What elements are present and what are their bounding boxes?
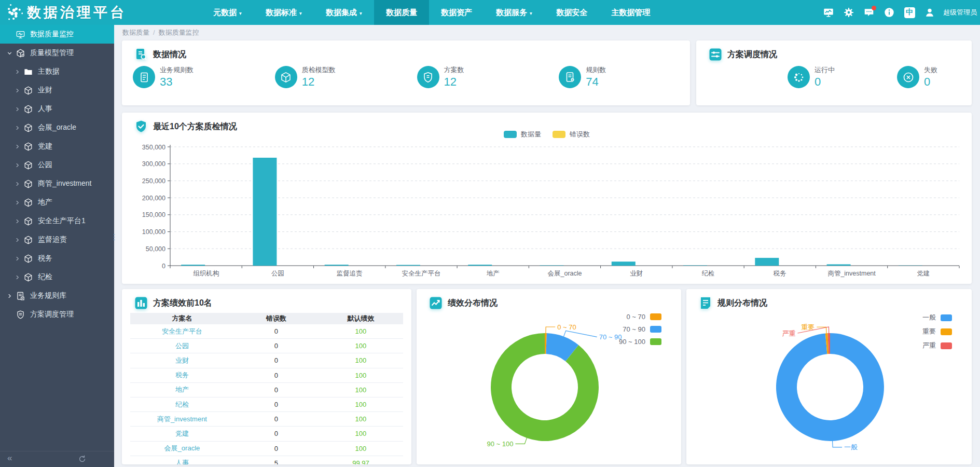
error-count: 0 bbox=[234, 415, 319, 423]
scheme-link-公园[interactable]: 公园 bbox=[130, 341, 234, 351]
nav-item-7[interactable]: 主数据管理 bbox=[599, 0, 662, 25]
perf-dist-donut: 0 ~ 7070 ~ 9090 ~ 100 bbox=[417, 289, 681, 464]
nav-item-6[interactable]: 数据安全 bbox=[544, 0, 599, 25]
app: 数据治理平台 元数据▾数据标准▾数据集成▾数据质量数据资产数据服务▾数据安全主数… bbox=[0, 0, 980, 467]
nav-item-1[interactable]: 数据标准▾ bbox=[254, 0, 314, 25]
donut-callout-label: 严重 bbox=[782, 329, 795, 337]
table-row: 党建0100 bbox=[130, 427, 403, 441]
monitor-chart-icon[interactable] bbox=[821, 5, 836, 20]
collapse-sidebar-icon[interactable]: « bbox=[7, 453, 12, 463]
scheme-link-税务[interactable]: 税务 bbox=[130, 370, 234, 380]
chevron-right-icon bbox=[13, 161, 22, 169]
top10-table: 方案名错误数默认绩效安全生产平台0100公园0100业财0100税务0100地产… bbox=[130, 313, 403, 464]
sidebar-item-主数据[interactable]: 主数据 bbox=[0, 62, 114, 81]
card-title-text: 方案绩效前10名 bbox=[153, 298, 212, 309]
stat-text: 业务规则数33 bbox=[160, 65, 194, 89]
scheme-link-业财[interactable]: 业财 bbox=[130, 356, 234, 365]
bar-数据量-业财 bbox=[612, 262, 636, 266]
info-icon[interactable] bbox=[881, 5, 897, 20]
cube-icon bbox=[23, 216, 33, 226]
sliders-icon bbox=[709, 48, 722, 61]
gear-icon[interactable] bbox=[841, 5, 857, 20]
x-category-label: 安全生产平台 bbox=[402, 270, 440, 277]
scheme-link-商管_investment[interactable]: 商管_investment bbox=[130, 415, 234, 424]
default-score: 100 bbox=[319, 386, 403, 394]
sidebar-item-方案调度管理[interactable]: 方案调度管理 bbox=[0, 305, 114, 324]
default-score: 100 bbox=[319, 415, 403, 423]
sidebar: 数据质量监控质量模型管理主数据业财人事会展_oracle党建公园商管_inves… bbox=[0, 25, 114, 467]
rule-dist-card: 规则分布情况 一般重要严重 一般重要严重 bbox=[686, 289, 972, 464]
sidebar-item-安全生产平台1[interactable]: 安全生产平台1 bbox=[0, 212, 114, 230]
stat-label: 质检模型数 bbox=[302, 65, 336, 75]
scheme-link-地产[interactable]: 地产 bbox=[130, 385, 234, 394]
table-row: 人事599.97 bbox=[130, 456, 403, 464]
stat-label: 运行中 bbox=[815, 65, 835, 75]
sidebar-item-纪检[interactable]: 纪检 bbox=[0, 268, 114, 286]
sidebar-item-label: 业务规则库 bbox=[30, 291, 66, 300]
table-row: 安全生产平台0100 bbox=[130, 324, 403, 339]
main-nav: 元数据▾数据标准▾数据集成▾数据质量数据资产数据服务▾数据安全主数据管理 bbox=[201, 0, 662, 25]
sidebar-item-党建[interactable]: 党建 bbox=[0, 137, 114, 156]
breadcrumb-item-0[interactable]: 数据质量 bbox=[122, 29, 149, 36]
nav-item-2[interactable]: 数据集成▾ bbox=[314, 0, 374, 25]
scheme-link-会展_oracle[interactable]: 会展_oracle bbox=[130, 444, 234, 453]
sidebar-item-人事[interactable]: 人事 bbox=[0, 100, 114, 118]
card-title: 方案绩效前10名 bbox=[134, 296, 212, 310]
username[interactable]: 超级管理员 bbox=[943, 8, 977, 17]
chevron-down-icon bbox=[5, 49, 14, 57]
y-tick-label: 200,000 bbox=[142, 195, 165, 202]
sidebar-item-地产[interactable]: 地产 bbox=[0, 193, 114, 212]
language-icon[interactable]: 中 bbox=[902, 5, 917, 20]
bar-数据量-商管_investment bbox=[827, 264, 851, 266]
sidebar-item-label: 质量模型管理 bbox=[30, 48, 74, 58]
message-icon[interactable] bbox=[861, 5, 877, 20]
x-category-label: 监督追责 bbox=[337, 270, 363, 277]
breadcrumb: 数据质量/数据质量监控 bbox=[122, 25, 199, 40]
data-overview-stats: 业务规则数33质检模型数12方案数12规则数74 bbox=[122, 65, 690, 89]
stat-value: 12 bbox=[444, 75, 464, 89]
default-score: 100 bbox=[319, 372, 403, 379]
sidebar-item-公园[interactable]: 公园 bbox=[0, 156, 114, 174]
chevron-down-icon: ▾ bbox=[299, 10, 302, 16]
refresh-icon[interactable] bbox=[78, 455, 87, 463]
sidebar-item-业财[interactable]: 业财 bbox=[0, 81, 114, 100]
nav-item-3[interactable]: 数据质量 bbox=[374, 0, 429, 25]
sidebar-item-数据质量监控[interactable]: 数据质量监控 bbox=[0, 25, 114, 44]
sidebar-item-质量模型管理[interactable]: 质量模型管理 bbox=[0, 44, 114, 62]
scheme-link-安全生产平台[interactable]: 安全生产平台 bbox=[130, 327, 234, 336]
scheme-link-人事[interactable]: 人事 bbox=[130, 458, 234, 464]
nav-item-4[interactable]: 数据资产 bbox=[429, 0, 484, 25]
cube-icon bbox=[23, 254, 33, 264]
spinner-icon bbox=[788, 66, 810, 88]
scheme-link-纪检[interactable]: 纪检 bbox=[130, 400, 234, 409]
nav-item-0[interactable]: 元数据▾ bbox=[201, 0, 254, 25]
stat-label: 业务规则数 bbox=[160, 65, 194, 75]
table-row: 业财0100 bbox=[130, 353, 403, 368]
sidebar-item-label: 方案调度管理 bbox=[30, 310, 74, 319]
x-category-label: 纪检 bbox=[702, 270, 715, 277]
nav-item-5[interactable]: 数据服务▾ bbox=[484, 0, 544, 25]
sidebar-item-label: 数据质量监控 bbox=[30, 30, 74, 39]
chevron-right-icon bbox=[13, 87, 22, 94]
topbar: 数据治理平台 元数据▾数据标准▾数据集成▾数据质量数据资产数据服务▾数据安全主数… bbox=[0, 0, 980, 25]
donut-callout-label: 0 ~ 70 bbox=[557, 323, 576, 331]
nav-item-label: 数据标准 bbox=[266, 8, 297, 17]
sidebar-item-税务[interactable]: 税务 bbox=[0, 249, 114, 268]
sidebar-resize-handle[interactable]: ⋮ bbox=[111, 235, 118, 239]
table-row: 商管_investment0100 bbox=[130, 412, 403, 427]
sidebar-item-业务规则库[interactable]: 业务规则库 bbox=[0, 286, 114, 305]
user-icon[interactable] bbox=[922, 5, 937, 20]
scheme-link-党建[interactable]: 党建 bbox=[130, 429, 234, 438]
rule-dist-donut: 一般重要严重 bbox=[686, 289, 972, 464]
recent-check-chart-card: 最近10个方案质检情况 数据量错误数 050,000100,000150,000… bbox=[122, 113, 972, 284]
stat-text: 规则数74 bbox=[586, 65, 606, 89]
sidebar-item-商管_investment[interactable]: 商管_investment bbox=[0, 174, 114, 193]
sidebar-item-label: 党建 bbox=[38, 142, 52, 151]
stat-业务规则数: 业务规则数33 bbox=[122, 65, 264, 89]
top10-card: 方案绩效前10名 方案名错误数默认绩效安全生产平台0100公园0100业财010… bbox=[122, 289, 411, 464]
default-score: 100 bbox=[319, 342, 403, 350]
sidebar-item-监督追责[interactable]: 监督追责 bbox=[0, 230, 114, 249]
sidebar-item-会展_oracle[interactable]: 会展_oracle bbox=[0, 118, 114, 137]
donut-callout-line bbox=[833, 441, 843, 447]
chevron-down-icon: ▾ bbox=[239, 10, 242, 16]
